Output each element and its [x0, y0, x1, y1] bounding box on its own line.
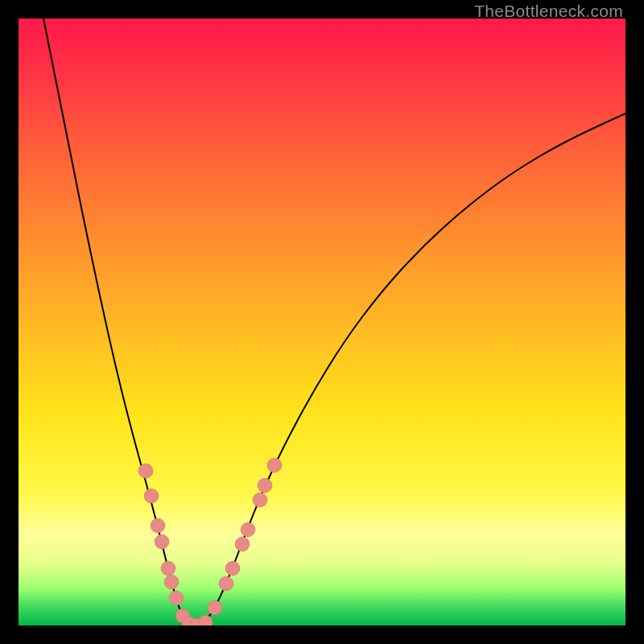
- data-point: [253, 493, 267, 507]
- right-curve: [196, 114, 625, 625]
- data-point: [258, 478, 272, 493]
- chart-frame: [19, 19, 625, 625]
- data-point: [225, 561, 240, 576]
- data-point: [235, 537, 250, 551]
- data-points-group: [138, 458, 282, 625]
- data-point: [198, 615, 213, 625]
- left-curve: [43, 19, 196, 625]
- data-point: [161, 561, 175, 576]
- data-point: [144, 489, 159, 503]
- data-point: [155, 535, 169, 549]
- data-point: [267, 458, 282, 473]
- data-point: [151, 518, 165, 533]
- chart-svg: [19, 19, 625, 625]
- data-point: [169, 591, 184, 605]
- data-point: [164, 575, 179, 589]
- data-point: [241, 522, 255, 537]
- data-point: [208, 601, 222, 615]
- data-point: [138, 464, 153, 478]
- data-point: [219, 576, 233, 591]
